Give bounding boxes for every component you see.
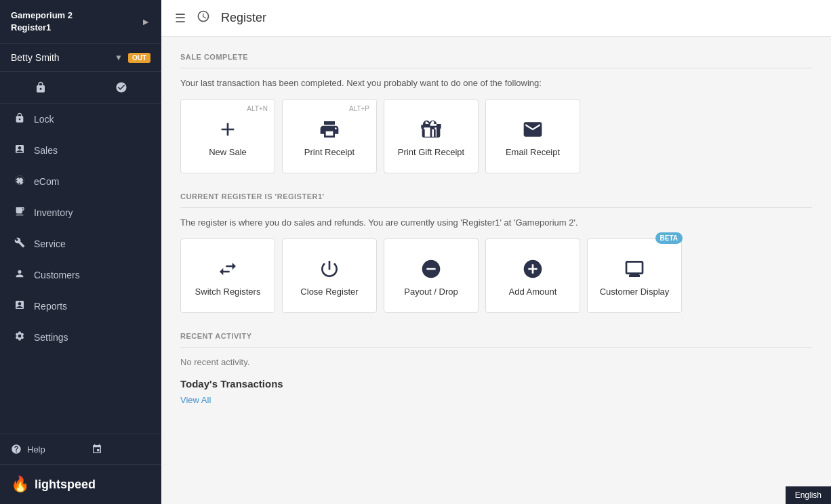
user-dropdown-icon: ▼ (115, 53, 123, 62)
notification-action-button[interactable] (81, 72, 161, 103)
sidebar-header[interactable]: Gameporium 2 Register1 ► (0, 0, 161, 44)
sidebar-item-label-settings: Settings (34, 332, 68, 343)
page-title: Register (221, 11, 266, 25)
sidebar-footer: 🔥 lightspeed (0, 464, 161, 504)
display-icon (624, 258, 645, 280)
settings-nav-icon (14, 331, 26, 344)
new-sale-card[interactable]: ALT+N New Sale (180, 99, 275, 173)
help-label: Help (27, 444, 45, 455)
switch-registers-card[interactable]: Switch Registers (180, 238, 275, 313)
recent-activity-section: RECENT ACTIVITY No recent activity. Toda… (180, 332, 812, 406)
expand-icon: ► (141, 16, 150, 27)
email-receipt-card[interactable]: Email Receipt (485, 99, 580, 173)
user-status-badge: OUT (128, 53, 150, 63)
sale-complete-desc: Your last transaction has been completed… (180, 78, 812, 88)
logo-text: lightspeed (35, 478, 96, 492)
sidebar-item-label-ecom: eCom (34, 176, 59, 187)
close-register-label: Close Register (300, 287, 358, 297)
user-name: Betty Smith (11, 52, 109, 63)
gift-icon (420, 119, 442, 140)
reports-nav-icon (14, 299, 26, 313)
register-icon (197, 9, 210, 26)
sidebar: Gameporium 2 Register1 ► Betty Smith ▼ O… (0, 0, 161, 504)
sidebar-item-label-lock: Lock (34, 114, 54, 125)
sidebar-item-lock[interactable]: Lock (0, 104, 161, 135)
sidebar-item-inventory[interactable]: Inventory (0, 197, 161, 228)
sidebar-user[interactable]: Betty Smith ▼ OUT (0, 44, 161, 72)
add-amount-label: Add Amount (509, 287, 557, 297)
main-content: ☰ Register SALE COMPLETE Your last trans… (161, 0, 831, 504)
sidebar-item-label-sales: Sales (34, 145, 58, 156)
close-register-card[interactable]: Close Register (282, 238, 377, 313)
sidebar-item-label-service: Service (34, 238, 66, 249)
customers-nav-icon (14, 268, 26, 282)
customer-display-label: Customer Display (600, 287, 670, 297)
sidebar-item-sales[interactable]: Sales (0, 135, 161, 166)
print-icon (319, 119, 340, 140)
sale-complete-divider (180, 68, 812, 68)
payout-drop-card[interactable]: Payout / Drop (384, 238, 479, 313)
lock-action-button[interactable] (0, 72, 81, 103)
print-gift-receipt-label: Print Gift Receipt (398, 147, 464, 157)
payout-drop-label: Payout / Drop (404, 287, 458, 297)
print-receipt-label: Print Receipt (304, 147, 354, 157)
sidebar-item-service[interactable]: Service (0, 228, 161, 259)
print-gift-receipt-card[interactable]: Print Gift Receipt (384, 99, 479, 173)
print-receipt-card[interactable]: ALT+P Print Receipt (282, 99, 377, 173)
minus-circle-icon (420, 258, 442, 280)
email-receipt-label: Email Receipt (506, 147, 560, 157)
current-register-divider (180, 207, 812, 208)
add-amount-card[interactable]: Add Amount (485, 238, 580, 313)
recent-activity-divider (180, 347, 812, 348)
sidebar-nav: Lock Sales eCom Inventory Service (0, 104, 161, 434)
sidebar-item-ecom[interactable]: eCom (0, 166, 161, 197)
current-register-section: CURRENT REGISTER IS 'REGISTER1' The regi… (180, 192, 812, 313)
pin-button[interactable] (81, 434, 161, 464)
help-button[interactable]: Help (0, 434, 81, 464)
sidebar-item-customers[interactable]: Customers (0, 259, 161, 291)
register-name: Register1 (11, 22, 73, 34)
sales-nav-icon (14, 144, 26, 157)
add-circle-icon (522, 258, 544, 280)
current-register-desc: The register is where you do sales and r… (180, 217, 812, 228)
language-selector[interactable]: English (786, 486, 831, 504)
sidebar-top-actions (0, 72, 161, 104)
lock-nav-icon (14, 112, 26, 126)
new-sale-label: New Sale (209, 147, 247, 157)
sale-complete-section: SALE COMPLETE Your last transaction has … (180, 53, 812, 173)
sidebar-item-reports[interactable]: Reports (0, 291, 161, 322)
service-nav-icon (14, 237, 26, 251)
pin-icon (92, 444, 102, 455)
sidebar-item-label-inventory: Inventory (34, 207, 73, 218)
logo-flame-icon: 🔥 (11, 476, 29, 493)
help-icon (11, 444, 22, 455)
no-activity-text: No recent activity. (180, 357, 812, 367)
current-register-title: CURRENT REGISTER IS 'REGISTER1' (180, 192, 812, 201)
register-cards: Switch Registers Close Register Payout /… (180, 238, 812, 313)
user-circle-icon (115, 81, 127, 93)
customer-display-card[interactable]: BETA Customer Display (587, 238, 682, 313)
plus-icon (217, 119, 239, 140)
content-area: SALE COMPLETE Your last transaction has … (161, 37, 831, 504)
lock-icon (35, 81, 47, 93)
recent-activity-title: RECENT ACTIVITY (180, 332, 812, 340)
lightspeed-logo: 🔥 lightspeed (11, 476, 96, 493)
view-all-link[interactable]: View All (180, 395, 211, 405)
hamburger-icon[interactable]: ☰ (175, 11, 186, 26)
new-sale-shortcut: ALT+N (247, 105, 268, 112)
sidebar-item-settings[interactable]: Settings (0, 322, 161, 353)
power-icon (319, 258, 340, 280)
ecom-nav-icon (14, 175, 26, 188)
app-name: Gameporium 2 (11, 9, 73, 22)
beta-badge: BETA (655, 232, 683, 244)
sidebar-item-label-customers: Customers (34, 270, 80, 280)
today-transactions-title: Today's Transactions (180, 378, 812, 390)
inventory-nav-icon (14, 206, 26, 219)
switch-icon (217, 258, 239, 280)
print-receipt-shortcut: ALT+P (349, 105, 369, 112)
email-icon (522, 119, 544, 140)
sidebar-item-label-reports: Reports (34, 301, 67, 312)
sale-complete-cards: ALT+N New Sale ALT+P Print Receipt Print… (180, 99, 812, 173)
topbar: ☰ Register (161, 0, 831, 37)
sale-complete-title: SALE COMPLETE (180, 53, 812, 61)
